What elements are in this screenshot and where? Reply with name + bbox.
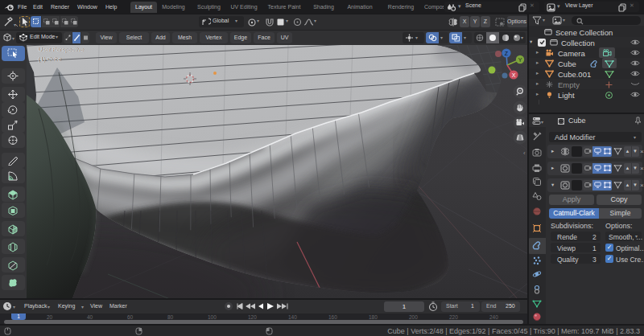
svg-text:User Perspective: User Perspective [38,46,84,53]
svg-text:(1) Cube: (1) Cube [38,55,61,63]
svg-text:▾: ▾ [14,23,16,27]
svg-text:Y: Y [518,57,522,63]
svg-text:▾: ▾ [541,120,543,125]
svg-text:▾: ▾ [13,305,15,309]
svg-text:Z: Z [505,51,509,56]
svg-text:‹: ‹ [523,150,526,157]
svg-text:X: X [512,72,516,78]
svg-text:▾: ▾ [12,36,14,41]
